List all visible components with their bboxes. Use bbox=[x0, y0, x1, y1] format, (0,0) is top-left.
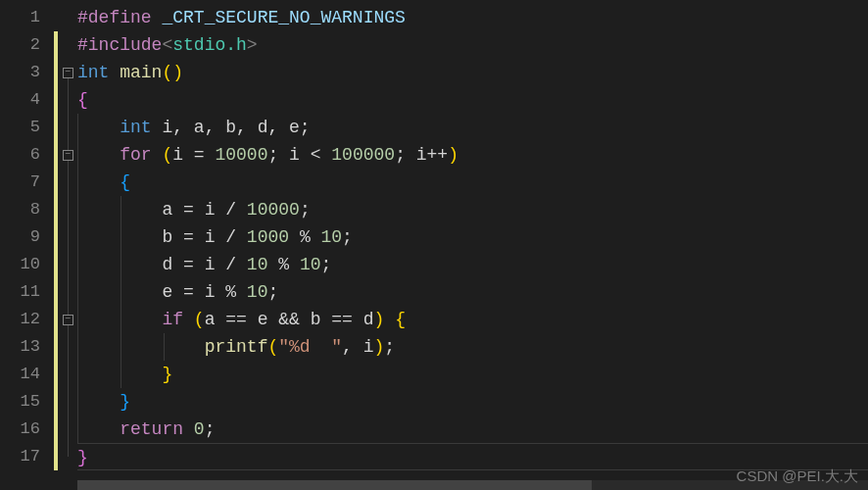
fold-cell bbox=[58, 196, 77, 223]
line-number[interactable]: 15 bbox=[0, 388, 40, 416]
watermark-text: CSDN @PEI.大.大 bbox=[737, 467, 858, 486]
macro-token: _CRT_SECURE_NO_WARNINGS bbox=[152, 8, 406, 27]
code-editor: 1 2 3 4 5 6 7 8 9 10 11 12 13 14 15 16 1… bbox=[0, 0, 868, 490]
fold-cell bbox=[58, 4, 77, 31]
brace: { bbox=[120, 172, 130, 192]
function-name: main bbox=[120, 63, 162, 82]
control-keyword: if bbox=[162, 310, 183, 329]
code-line[interactable]: #define _CRT_SECURE_NO_WARNINGS bbox=[77, 4, 868, 31]
fold-cell bbox=[58, 86, 77, 114]
number-literal: 10 bbox=[247, 255, 268, 274]
line-number[interactable]: 6 bbox=[0, 141, 40, 169]
code-content[interactable]: #define _CRT_SECURE_NO_WARNINGS #include… bbox=[77, 0, 868, 490]
brace: } bbox=[77, 448, 88, 467]
line-number[interactable]: 4 bbox=[0, 86, 40, 114]
fold-gutter: − − − bbox=[58, 0, 77, 490]
code-line[interactable]: b = i / 1000 % 10; bbox=[77, 223, 868, 251]
parenthesis: ( bbox=[162, 145, 172, 165]
fold-cell bbox=[58, 416, 77, 443]
number-literal: 0 bbox=[194, 419, 205, 439]
code-line[interactable]: { bbox=[77, 86, 868, 114]
fold-collapse-icon[interactable]: − bbox=[63, 315, 73, 325]
parenthesis: ) bbox=[448, 145, 458, 165]
code-line[interactable]: printf("%d ", i); bbox=[77, 333, 868, 361]
type-keyword: int bbox=[120, 118, 151, 137]
code-line[interactable]: int main() bbox=[77, 59, 868, 86]
fold-cell bbox=[58, 333, 77, 361]
fold-collapse-icon[interactable]: − bbox=[63, 150, 73, 161]
brace: { bbox=[395, 310, 406, 329]
line-number[interactable]: 7 bbox=[0, 169, 40, 196]
brace: { bbox=[77, 90, 88, 110]
number-literal: 1000 bbox=[247, 227, 289, 247]
fold-cell: − bbox=[58, 141, 77, 169]
code-line[interactable]: } bbox=[77, 388, 868, 416]
header-name: stdio.h bbox=[172, 35, 247, 55]
code-line[interactable]: } bbox=[77, 361, 868, 388]
preprocessor-token: #include bbox=[77, 35, 162, 55]
fold-cell bbox=[58, 443, 77, 470]
line-number[interactable]: 3 bbox=[0, 59, 40, 86]
number-literal: 10000 bbox=[247, 200, 300, 220]
line-number[interactable]: 16 bbox=[0, 416, 40, 443]
fold-collapse-icon[interactable]: − bbox=[63, 68, 73, 78]
code-line-current[interactable]: } bbox=[77, 443, 868, 470]
code-line[interactable]: d = i / 10 % 10; bbox=[77, 251, 868, 278]
line-number[interactable]: 13 bbox=[0, 333, 40, 361]
control-keyword: for bbox=[120, 145, 151, 165]
code-line[interactable]: return 0; bbox=[77, 416, 868, 443]
line-number[interactable]: 2 bbox=[0, 31, 40, 59]
number-literal: 10 bbox=[300, 255, 321, 274]
fold-cell bbox=[58, 114, 77, 141]
scrollbar-thumb[interactable] bbox=[77, 480, 592, 490]
code-line[interactable]: if (a == e && b == d) { bbox=[77, 306, 868, 333]
fold-cell bbox=[58, 223, 77, 251]
fold-cell bbox=[58, 31, 77, 59]
fold-cell bbox=[58, 361, 77, 388]
number-literal: 10 bbox=[247, 282, 268, 302]
fold-cell: − bbox=[58, 59, 77, 86]
line-number[interactable]: 8 bbox=[0, 196, 40, 223]
code-line[interactable]: { bbox=[77, 169, 868, 196]
line-number[interactable]: 1 bbox=[0, 4, 40, 31]
line-number-gutter: 1 2 3 4 5 6 7 8 9 10 11 12 13 14 15 16 1… bbox=[0, 0, 54, 490]
code-line[interactable]: #include<stdio.h> bbox=[77, 31, 868, 59]
line-number[interactable]: 10 bbox=[0, 251, 40, 278]
line-number[interactable]: 12 bbox=[0, 306, 40, 333]
parenthesis: ) bbox=[373, 337, 384, 357]
angle-bracket: < bbox=[162, 35, 172, 55]
line-number[interactable]: 17 bbox=[0, 443, 40, 470]
brace: } bbox=[162, 365, 172, 384]
line-number[interactable]: 14 bbox=[0, 361, 40, 388]
line-number[interactable]: 11 bbox=[0, 278, 40, 306]
fold-cell bbox=[58, 278, 77, 306]
code-line[interactable]: e = i % 10; bbox=[77, 278, 868, 306]
fold-cell bbox=[58, 169, 77, 196]
brace: } bbox=[120, 392, 130, 412]
code-line[interactable]: a = i / 10000; bbox=[77, 196, 868, 223]
code-line[interactable]: for (i = 10000; i < 100000; i++) bbox=[77, 141, 868, 169]
parenthesis: () bbox=[162, 63, 183, 82]
preprocessor-token: #define bbox=[77, 8, 152, 27]
line-number[interactable]: 9 bbox=[0, 223, 40, 251]
fold-cell bbox=[58, 388, 77, 416]
fold-cell: − bbox=[58, 306, 77, 333]
number-literal: 10000 bbox=[215, 145, 267, 165]
parenthesis: ( bbox=[194, 310, 205, 329]
line-number[interactable]: 5 bbox=[0, 114, 40, 141]
string-literal: "%d " bbox=[278, 337, 342, 357]
number-literal: 10 bbox=[321, 227, 343, 247]
parenthesis: ( bbox=[267, 337, 278, 357]
fold-cell bbox=[58, 251, 77, 278]
parenthesis: ) bbox=[374, 310, 385, 329]
control-keyword: return bbox=[120, 419, 183, 439]
angle-bracket: > bbox=[247, 35, 258, 55]
code-line[interactable]: int i, a, b, d, e; bbox=[77, 114, 868, 141]
variable-list: i, a, b, d, e; bbox=[152, 118, 311, 137]
type-keyword: int bbox=[77, 63, 109, 82]
function-name: printf bbox=[205, 337, 268, 357]
number-literal: 100000 bbox=[331, 145, 395, 165]
